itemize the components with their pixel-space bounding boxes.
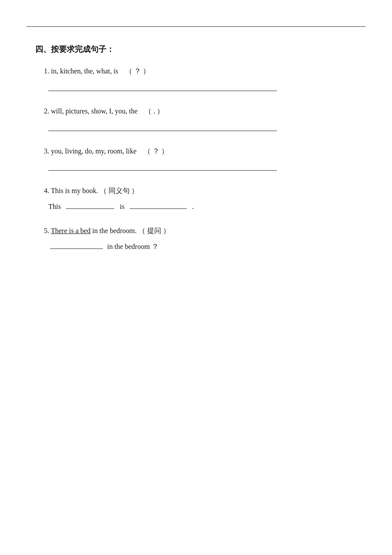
question-1: 1. in, kitchen, the, what, is （ ？ ） (44, 65, 357, 91)
q4-this: This (48, 203, 61, 211)
questions-container: 1. in, kitchen, the, what, is （ ？ ） 2. w… (35, 65, 357, 252)
question-3-text: 3. you, living, do, my, room, like （ ？ ） (44, 145, 357, 158)
question-5-text: 5. There is a bed in the bedroom. （ 提问 ） (44, 225, 357, 237)
q3-number: 3. (44, 147, 49, 155)
q4-blank-1 (66, 200, 114, 209)
question-2-text: 2. will, pictures, show, I, you, the （ .… (44, 105, 357, 118)
q4-period: . (192, 203, 194, 211)
q5-body: There is a bed in the bedroom. （ 提问 ） (51, 227, 170, 234)
q5-paren: （ 提问 ） (138, 227, 170, 234)
main-content: 四、按要求完成句子： 1. in, kitchen, the, what, is… (0, 0, 392, 292)
q4-paren: （ 同义句 ） (100, 187, 138, 194)
q4-body: This is my book. （ 同义句 ） (51, 187, 139, 194)
q4-number: 4. (44, 187, 49, 194)
q2-number: 2. (44, 107, 49, 115)
q1-answer-line (48, 81, 277, 91)
q4-answer-row: This is . (48, 200, 357, 211)
q3-answer-line (48, 161, 277, 171)
q1-body: in, kitchen, the, what, is （ ？ ） (51, 67, 150, 75)
question-4-text: 4. This is my book. （ 同义句 ） (44, 185, 357, 197)
q5-answer-row: in the bedroom ？ (48, 240, 357, 252)
question-1-text: 1. in, kitchen, the, what, is （ ？ ） (44, 65, 357, 78)
q4-blank-2 (130, 200, 187, 209)
question-3: 3. you, living, do, my, room, like （ ？ ） (44, 145, 357, 171)
question-4: 4. This is my book. （ 同义句 ） This is . (44, 185, 357, 211)
q2-body: will, pictures, show, I, you, the （ . ） (51, 107, 164, 115)
q2-answer-line (48, 121, 277, 131)
q1-paren: （ ？ ） (125, 67, 150, 75)
q1-number: 1. (44, 67, 49, 75)
q5-blank (50, 240, 103, 249)
section-title: 四、按要求完成句子： (35, 44, 357, 55)
q4-is: is (120, 203, 124, 211)
q3-paren: （ ？ ） (144, 147, 168, 155)
question-2: 2. will, pictures, show, I, you, the （ .… (44, 105, 357, 131)
q5-number: 5. (44, 227, 49, 234)
q5-suffix: in the bedroom ？ (107, 242, 159, 252)
q5-underline: There is a bed (51, 227, 91, 234)
question-5: 5. There is a bed in the bedroom. （ 提问 ）… (44, 225, 357, 252)
top-divider (26, 26, 366, 27)
q3-body: you, living, do, my, room, like （ ？ ） (51, 147, 168, 155)
q2-paren: （ . ） (145, 107, 164, 115)
